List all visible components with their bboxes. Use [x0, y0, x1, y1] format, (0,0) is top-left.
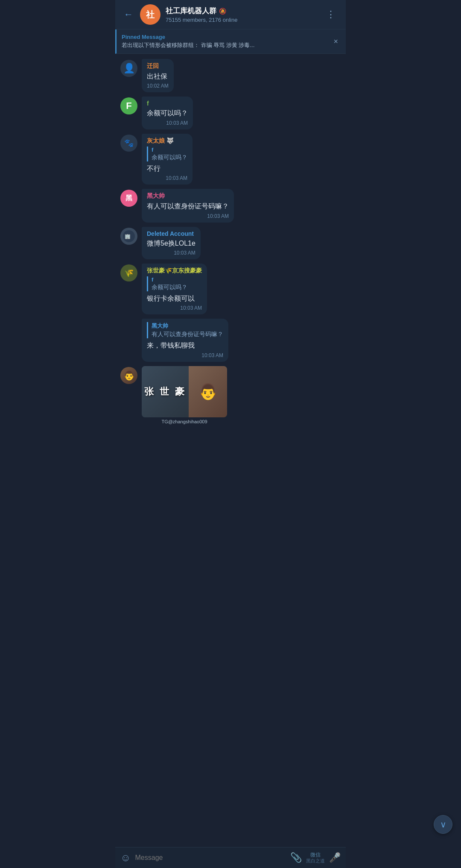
quote-sender: f [152, 147, 187, 153]
chat-header: ← 社 社工库机器人群 🔕 75155 members, 2176 online… [115, 0, 346, 29]
quote-block: f 余额可以吗？ [147, 276, 202, 291]
message-text: 不行 [147, 164, 187, 173]
quote-block: f 余额可以吗？ [147, 147, 187, 161]
avatar: 🌾 [120, 264, 137, 282]
message-bubble: 灰太娘 🐺 f 余额可以吗？ 不行 10:03 AM [142, 134, 193, 185]
message-row: 🏢 Deleted Account 微博5e换LOL1e 10:03 AM [120, 227, 341, 259]
avatar: F [120, 97, 137, 114]
attach-button[interactable]: 📎 [290, 852, 302, 863]
avatar: 🐾 [120, 135, 137, 152]
sender-name: f [147, 100, 188, 107]
quote-sender: 黑大帅 [152, 322, 223, 330]
message-bubble: Deleted Account 微博5e换LOL1e 10:03 AM [142, 227, 201, 259]
quote-sender: f [152, 276, 202, 283]
message-time: 10:03 AM [147, 120, 188, 126]
message-row: 👤 迁回 出社保 10:02 AM [120, 59, 341, 92]
message-time: 10:02 AM [147, 83, 169, 89]
avatar: 🏢 [120, 228, 137, 245]
pinned-content: Pinned Message 若出现以下情形会被移除群组： 诈骗 辱骂 涉黄 涉… [122, 34, 254, 49]
message-row: 黑大帅 有人可以查身份证号码嘛？ 来，带钱私聊我 10:03 AM [120, 319, 341, 361]
pinned-close-button[interactable]: × [332, 35, 340, 48]
sender-name: 迁回 [147, 62, 169, 70]
message-bubble: 迁回 出社保 10:02 AM [142, 59, 174, 92]
message-text: 银行卡余额可以 [147, 294, 202, 303]
quote-block: 黑大帅 有人可以查身份证号码嘛？ [147, 322, 223, 338]
group-name: 社工库机器人群 [166, 6, 216, 16]
avatar: 黑 [120, 190, 137, 207]
message-row: 👨 张 世 豪 👨 TG@zhangshihao009 [120, 366, 341, 426]
sticker-image: 张 世 豪 👨 [142, 366, 227, 417]
group-avatar: 社 [140, 4, 160, 25]
image-overlay-text: 张 世 豪 [144, 385, 186, 398]
quote-text: 余额可以吗？ [152, 284, 202, 291]
message-text: 余额可以吗？ [147, 108, 188, 118]
messages-list: 👤 迁回 出社保 10:02 AM F f 余额可以吗？ 10:03 AM 🐾 … [115, 54, 346, 847]
pinned-text: 若出现以下情形会被移除群组： 诈骗 辱骂 涉黄 涉毒... [122, 41, 254, 49]
avatar: 👨 [120, 367, 137, 384]
group-title: 社工库机器人群 🔕 [166, 6, 318, 16]
message-bubble: 黑大帅 有人可以查身份证号码嘛？ 来，带钱私聊我 10:03 AM [142, 319, 228, 361]
pinned-message-banner: Pinned Message 若出现以下情形会被移除群组： 诈骗 辱骂 涉黄 涉… [115, 29, 346, 54]
sender-name: 灰太娘 🐺 [147, 137, 187, 145]
message-text: 有人可以查身份证号码嘛？ [147, 202, 229, 211]
message-bubble: 黑大帅 有人可以查身份证号码嘛？ 10:03 AM [142, 189, 234, 222]
mute-icon: 🔕 [219, 8, 226, 15]
watermark: 微信 黑白之道 [306, 852, 325, 864]
message-input[interactable] [135, 854, 286, 862]
message-time: 10:03 AM [147, 250, 195, 256]
image-message: 张 世 豪 👨 TG@zhangshihao009 [142, 366, 227, 426]
more-options-button[interactable]: ⋮ [323, 7, 339, 22]
quote-text: 余额可以吗？ [152, 154, 187, 161]
message-text: 出社保 [147, 72, 169, 81]
header-info: 社工库机器人群 🔕 75155 members, 2176 online [166, 6, 318, 23]
pinned-label: Pinned Message [122, 34, 254, 40]
message-row: 黑 黑大帅 有人可以查身份证号码嘛？ 10:03 AM [120, 189, 341, 222]
message-input-bar: ☺ 📎 微信 黑白之道 🎤 [115, 847, 346, 868]
message-bubble: 张世豪🌾京东搜豪豪 f 余额可以吗？ 银行卡余额可以 10:03 AM [142, 264, 207, 314]
message-time: 10:03 AM [147, 175, 187, 181]
message-text: 微博5e换LOL1e [147, 239, 195, 248]
message-row: F f 余额可以吗？ 10:03 AM [120, 97, 341, 129]
mic-button[interactable]: 🎤 [329, 852, 341, 863]
message-row: 🌾 张世豪🌾京东搜豪豪 f 余额可以吗？ 银行卡余额可以 10:03 AM [120, 264, 341, 314]
emoji-button[interactable]: ☺ [120, 852, 131, 864]
avatar: 👤 [120, 60, 137, 77]
message-bubble: f 余额可以吗？ 10:03 AM [142, 97, 193, 129]
back-button[interactable]: ← [122, 7, 135, 22]
member-count: 75155 members, 2176 online [166, 17, 318, 23]
message-time: 10:03 AM [147, 305, 202, 311]
message-time: 10:03 AM [147, 352, 223, 358]
sender-name: Deleted Account [147, 230, 195, 237]
message-time: 10:03 AM [147, 213, 229, 219]
image-username-tag: TG@zhangshihao009 [142, 417, 227, 426]
message-row: 🐾 灰太娘 🐺 f 余额可以吗？ 不行 10:03 AM [120, 134, 341, 185]
quote-text: 有人可以查身份证号码嘛？ [152, 331, 223, 338]
sender-name: 张世豪🌾京东搜豪豪 [147, 267, 202, 275]
svg-text:🏢: 🏢 [125, 233, 131, 239]
sender-name: 黑大帅 [147, 192, 229, 200]
message-text: 来，带钱私聊我 [147, 341, 223, 350]
